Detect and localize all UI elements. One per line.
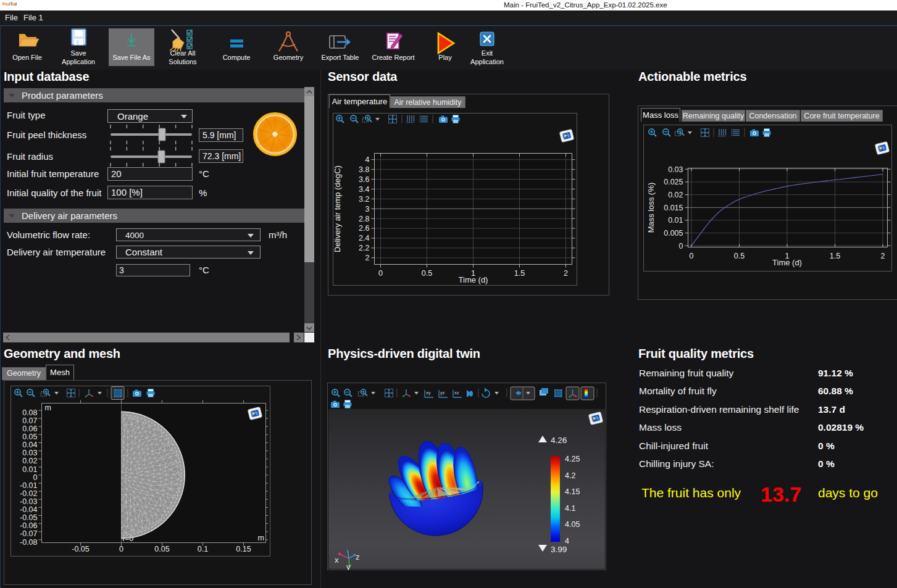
svg-text:0.03: 0.03 bbox=[668, 165, 683, 174]
svg-text:0.025: 0.025 bbox=[664, 178, 683, 186]
svg-text:0.02: 0.02 bbox=[668, 191, 683, 199]
svg-text:3.6: 3.6 bbox=[359, 175, 369, 184]
svg-text:x: x bbox=[335, 555, 339, 565]
svg-text:-0.04: -0.04 bbox=[20, 505, 38, 514]
svg-text:4.2: 4.2 bbox=[565, 471, 575, 480]
svg-text:-0.07: -0.07 bbox=[20, 529, 38, 538]
svg-text:4.25: 4.25 bbox=[565, 455, 580, 463]
svg-text:Delivery air temp (degC): Delivery air temp (degC) bbox=[333, 165, 342, 252]
svg-text:0.07: 0.07 bbox=[22, 416, 37, 425]
svg-text:3.8: 3.8 bbox=[359, 165, 369, 174]
svg-text:0: 0 bbox=[378, 269, 383, 278]
svg-text:4.26: 4.26 bbox=[551, 436, 567, 445]
svg-text:y: y bbox=[346, 562, 351, 570]
svg-text:m: m bbox=[45, 404, 51, 412]
svg-text:2.8: 2.8 bbox=[359, 215, 369, 223]
svg-text:3.2: 3.2 bbox=[359, 195, 369, 204]
svg-text:4: 4 bbox=[365, 155, 370, 164]
svg-text:0.08: 0.08 bbox=[22, 408, 37, 417]
svg-text:Time (d): Time (d) bbox=[459, 275, 488, 284]
svg-text:2: 2 bbox=[365, 254, 370, 262]
svg-text:z: z bbox=[356, 552, 360, 561]
svg-text:-0.06: -0.06 bbox=[20, 521, 38, 530]
svg-text:0.15: 0.15 bbox=[236, 545, 251, 553]
svg-text:r=0: r=0 bbox=[123, 534, 134, 543]
svg-text:0.03: 0.03 bbox=[22, 449, 37, 457]
svg-text:0.5: 0.5 bbox=[422, 269, 432, 278]
svg-text:2.6: 2.6 bbox=[359, 224, 369, 233]
svg-text:0.06: 0.06 bbox=[22, 424, 37, 433]
svg-text:-0.08: -0.08 bbox=[20, 538, 38, 547]
svg-text:-0.03: -0.03 bbox=[20, 497, 38, 506]
svg-text:4.1: 4.1 bbox=[565, 504, 575, 513]
svg-text:4.05: 4.05 bbox=[565, 520, 580, 529]
svg-text:2.4: 2.4 bbox=[359, 234, 369, 242]
svg-text:0.005: 0.005 bbox=[664, 229, 683, 238]
svg-text:0: 0 bbox=[679, 242, 683, 251]
svg-text:0.05: 0.05 bbox=[22, 433, 37, 441]
svg-text:0: 0 bbox=[119, 545, 123, 553]
svg-text:yz: yz bbox=[440, 390, 445, 395]
svg-text:-0.01: -0.01 bbox=[20, 481, 38, 490]
svg-text:4.15: 4.15 bbox=[565, 487, 580, 496]
svg-text:Time (d): Time (d) bbox=[772, 258, 802, 267]
svg-text:3.99: 3.99 bbox=[551, 545, 567, 554]
svg-text:0.04: 0.04 bbox=[22, 441, 37, 449]
svg-text:3: 3 bbox=[365, 205, 370, 213]
svg-text:0.5: 0.5 bbox=[734, 252, 745, 260]
svg-text:0.02: 0.02 bbox=[22, 457, 37, 465]
svg-text:2: 2 bbox=[881, 252, 885, 260]
svg-text:-0.02: -0.02 bbox=[20, 489, 38, 498]
svg-text:2.2: 2.2 bbox=[359, 244, 369, 252]
svg-text:0: 0 bbox=[690, 252, 694, 260]
svg-text:m: m bbox=[258, 534, 264, 542]
svg-text:-0.05: -0.05 bbox=[72, 545, 90, 553]
svg-text:0.01: 0.01 bbox=[668, 216, 683, 225]
svg-text:0.05: 0.05 bbox=[154, 545, 169, 553]
svg-text:4: 4 bbox=[565, 537, 569, 545]
svg-text:xz: xz bbox=[454, 390, 459, 395]
svg-text:0: 0 bbox=[33, 473, 38, 482]
svg-text:-0.05: -0.05 bbox=[20, 513, 38, 522]
svg-text:1.5: 1.5 bbox=[830, 252, 840, 260]
svg-text:0.1: 0.1 bbox=[198, 545, 208, 553]
svg-text:0.015: 0.015 bbox=[664, 204, 683, 212]
svg-text:1.5: 1.5 bbox=[514, 269, 525, 278]
svg-text:3.4: 3.4 bbox=[359, 185, 369, 194]
svg-text:0.01: 0.01 bbox=[22, 465, 37, 474]
svg-text:2: 2 bbox=[564, 269, 568, 278]
svg-text:Mass loss (%): Mass loss (%) bbox=[646, 183, 656, 233]
svg-text:xy: xy bbox=[426, 390, 431, 395]
